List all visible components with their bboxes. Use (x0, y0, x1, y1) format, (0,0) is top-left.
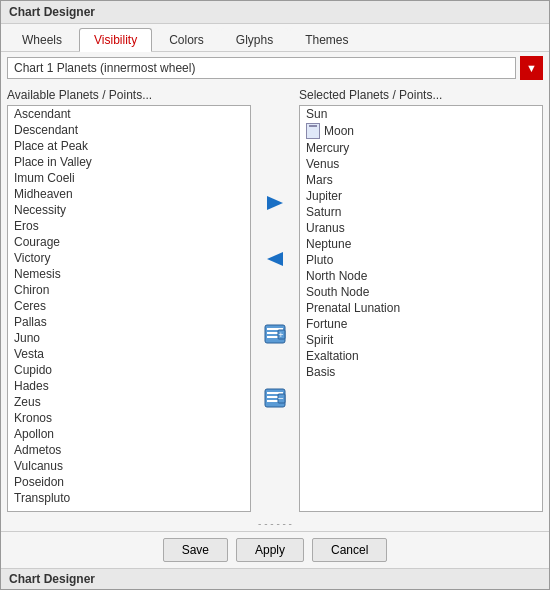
selected-list-item[interactable]: South Node (300, 284, 542, 300)
available-list-item[interactable]: Vesta (8, 346, 250, 362)
selected-list-item[interactable]: North Node (300, 268, 542, 284)
available-list[interactable]: AscendantDescendantPlace at PeakPlace in… (7, 105, 251, 512)
selected-list-item[interactable]: Exaltation (300, 348, 542, 364)
title-bar: Chart Designer (1, 1, 549, 24)
footer-title: Chart Designer (1, 568, 549, 589)
available-list-item[interactable]: Juno (8, 330, 250, 346)
divider: - - - - - - (1, 516, 549, 531)
bottom-bar: Save Apply Cancel (1, 531, 549, 568)
add-all-button[interactable]: + (262, 322, 288, 346)
selected-list-item[interactable]: Saturn (300, 204, 542, 220)
add-to-selected-button[interactable] (262, 190, 288, 216)
available-list-item[interactable]: Necessity (8, 202, 250, 218)
remove-all-icon: − (264, 388, 286, 408)
selected-list-item[interactable]: Mercury (300, 140, 542, 156)
selected-list-item[interactable]: Basis (300, 364, 542, 380)
window-title: Chart Designer (9, 5, 95, 19)
available-list-item[interactable]: Apollon (8, 426, 250, 442)
svg-marker-1 (267, 252, 283, 266)
dropdown-row: Chart 1 Planets (innermost wheel)Chart 2… (1, 52, 549, 84)
available-list-item[interactable]: Ascendant (8, 106, 250, 122)
remove-from-selected-button[interactable] (262, 246, 288, 272)
selected-list-item[interactable]: Mars (300, 172, 542, 188)
selected-list[interactable]: SunMoonMercuryVenusMarsJupiterSaturnUran… (299, 105, 543, 512)
available-list-item[interactable]: Chiron (8, 282, 250, 298)
page-doc-icon (306, 123, 320, 139)
available-list-item[interactable]: Transpluto (8, 490, 250, 506)
available-list-item[interactable]: Midheaven (8, 186, 250, 202)
available-list-item[interactable]: Hades (8, 378, 250, 394)
remove-all-button[interactable]: − (262, 386, 288, 410)
available-list-item[interactable]: Zeus (8, 394, 250, 410)
tabs-row: Wheels Visibility Colors Glyphs Themes (1, 24, 549, 52)
selected-column: Selected Planets / Points... SunMoonMerc… (299, 88, 543, 512)
chart-designer-window: Chart Designer Wheels Visibility Colors … (0, 0, 550, 590)
available-list-item[interactable]: Eros (8, 218, 250, 234)
available-list-item[interactable]: Nemesis (8, 266, 250, 282)
available-list-item[interactable]: Vulcanus (8, 458, 250, 474)
available-list-item[interactable]: Imum Coeli (8, 170, 250, 186)
available-list-item[interactable]: Cupido (8, 362, 250, 378)
lists-area: Available Planets / Points... AscendantD… (1, 84, 549, 516)
selected-list-item[interactable]: Prenatal Lunation (300, 300, 542, 316)
selected-list-item[interactable]: Neptune (300, 236, 542, 252)
tab-wheels[interactable]: Wheels (7, 28, 77, 51)
available-list-item[interactable]: Admetos (8, 442, 250, 458)
selected-list-item[interactable]: Venus (300, 156, 542, 172)
cancel-button[interactable]: Cancel (312, 538, 387, 562)
selected-list-item[interactable]: Jupiter (300, 188, 542, 204)
selected-list-item[interactable]: Sun (300, 106, 542, 122)
apply-button[interactable]: Apply (236, 538, 304, 562)
available-list-item[interactable]: Pallas (8, 314, 250, 330)
available-list-item[interactable]: Place at Peak (8, 138, 250, 154)
chart-dropdown[interactable]: Chart 1 Planets (innermost wheel)Chart 2… (7, 57, 516, 79)
svg-text:−: − (278, 393, 284, 404)
middle-controls: + − (257, 88, 293, 512)
available-list-item[interactable]: Descendant (8, 122, 250, 138)
svg-marker-0 (267, 196, 283, 210)
selected-list-item[interactable]: Spirit (300, 332, 542, 348)
selected-header: Selected Planets / Points... (299, 88, 543, 102)
tab-colors[interactable]: Colors (154, 28, 219, 51)
available-column: Available Planets / Points... AscendantD… (7, 88, 251, 512)
tab-visibility[interactable]: Visibility (79, 28, 152, 52)
available-list-item[interactable]: Poseidon (8, 474, 250, 490)
available-list-item[interactable]: Courage (8, 234, 250, 250)
available-list-item[interactable]: Kronos (8, 410, 250, 426)
available-header: Available Planets / Points... (7, 88, 251, 102)
tab-glyphs[interactable]: Glyphs (221, 28, 288, 51)
tab-themes[interactable]: Themes (290, 28, 363, 51)
save-button[interactable]: Save (163, 538, 228, 562)
selected-list-item[interactable]: Fortune (300, 316, 542, 332)
selected-list-item[interactable]: Uranus (300, 220, 542, 236)
available-list-item[interactable]: Place in Valley (8, 154, 250, 170)
dropdown-arrow-button[interactable]: ▼ (520, 56, 543, 80)
available-list-item[interactable]: Ceres (8, 298, 250, 314)
selected-list-item[interactable]: Moon (300, 122, 542, 140)
svg-text:+: + (278, 330, 283, 340)
add-all-icon: + (264, 324, 286, 344)
available-list-item[interactable]: Victory (8, 250, 250, 266)
selected-list-item[interactable]: Pluto (300, 252, 542, 268)
